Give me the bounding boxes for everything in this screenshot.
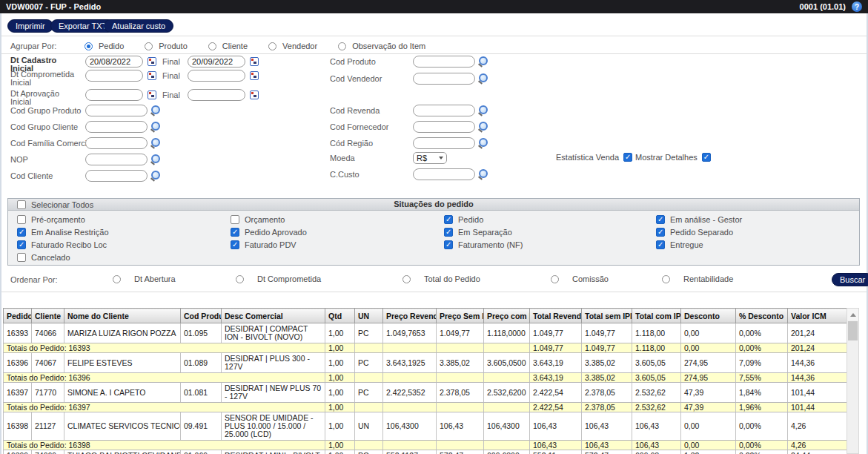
cell-total-revenda: 2.422,54 [530, 383, 582, 403]
date-input-dt-aprova-o-inicial[interactable] [85, 89, 143, 101]
column-header-cliente[interactable]: Cliente [32, 309, 64, 323]
situacao-checkbox-em-an-lise-gestor[interactable] [656, 215, 665, 224]
lookup-input-cod-vendedor[interactable] [413, 73, 475, 85]
column-header-un[interactable]: UN [355, 309, 383, 323]
ordenar-radio-rentabilidade[interactable] [662, 275, 670, 283]
agrupar-radio-observa-o-do-item[interactable] [338, 42, 346, 50]
lookup-icon-c-d-regi-o[interactable] [478, 138, 488, 148]
situacao-checkbox-pr-or-amento[interactable] [17, 215, 26, 224]
lookup-input-cod-cliente[interactable] [85, 170, 148, 182]
calendar-icon[interactable] [250, 91, 259, 99]
lookup-icon-cod-cliente[interactable] [150, 171, 161, 181]
table-row[interactable]: 1639821127CLIMATEC SERVICOS TECNICOS09.4… [4, 412, 847, 441]
column-header-nome-do-cliente[interactable]: Nome do Cliente [64, 309, 181, 323]
date-input-dt-comprometida-inicial[interactable] [85, 70, 143, 82]
mostrar-detalhes-checkbox[interactable] [702, 153, 711, 162]
situacao-checkbox-em-separa-o[interactable] [444, 228, 453, 237]
scroll-up-arrow-icon[interactable] [847, 309, 858, 320]
column-header-total-sem-ipi[interactable]: Total sem IPI [582, 309, 632, 323]
cell-desc-comercial: DESIDRAT | PLUS 300 - 127V [222, 353, 325, 373]
column-header-pedido[interactable]: Pedido [4, 309, 32, 323]
agrupar-radio-produto[interactable] [145, 42, 153, 50]
pedido-totals-row[interactable]: Totais do Pedido: 163961,003.643,193.385… [4, 373, 847, 383]
date-input-dt-cadastro-inicial[interactable] [85, 56, 143, 68]
buscar-button[interactable]: Buscar [832, 273, 868, 286]
situacao-checkbox-faturado-pdv[interactable] [231, 240, 239, 249]
lookup-input-c-d-regi-o[interactable] [413, 137, 475, 149]
column-header-desc-comercial[interactable]: Desc Comercial [222, 309, 325, 323]
column-header-total-revenda[interactable]: Total Revenda [530, 309, 582, 323]
agrupar-radio-vendedor[interactable] [268, 42, 276, 50]
ccusto-input[interactable] [413, 168, 475, 180]
lookup-input-cod-produto[interactable] [413, 56, 475, 68]
situacao-checkbox-cancelado[interactable] [17, 253, 26, 262]
column-header-pre-o-revenda[interactable]: Preço Revenda [383, 309, 437, 323]
imprimir-button[interactable]: Imprimir [7, 19, 53, 33]
lookup-icon-cod-fam-lia-comercial[interactable] [150, 138, 161, 148]
lookup-icon-cod-vendedor[interactable] [478, 73, 488, 84]
calendar-icon[interactable] [148, 71, 156, 80]
column-header-pre-o-com-ipi[interactable]: Preço com IPI [484, 309, 530, 323]
agrupar-radio-pedido[interactable] [85, 42, 93, 50]
table-row[interactable]: 1639674067FELIPE ESTEVES01.089DESIDRAT |… [4, 353, 847, 373]
scrollbar-thumb[interactable] [848, 321, 858, 340]
ordenar-radio-dt-abertura[interactable] [113, 275, 121, 283]
situacao-checkbox-faturado-recibo-loc[interactable] [17, 240, 26, 249]
column-header-total-com-ipi[interactable]: Total com IPI [632, 309, 681, 323]
ccusto-label: C.Custo [330, 170, 360, 179]
cell-total-sem-ipi: 572,47 [582, 450, 632, 454]
date-input-dt-comprometida-inicial-final[interactable] [188, 70, 245, 82]
filter-label-cod-produto: Cod Produto [330, 57, 376, 66]
date-input-dt-aprova-o-inicial-final[interactable] [188, 89, 245, 101]
lookup-icon-nop[interactable] [150, 154, 161, 165]
column-header-qtd[interactable]: Qtd [325, 309, 355, 323]
lookup-icon-cod-revenda[interactable] [478, 105, 488, 116]
pedido-totals-row[interactable]: Totais do Pedido: 163971,002.422,542.378… [4, 403, 847, 412]
ordenar-radio-total-do-pedido[interactable] [402, 275, 411, 283]
pedido-totals-row[interactable]: Totais do Pedido: 163981,00106,43106,431… [4, 441, 847, 450]
ordenar-radio-comiss-o[interactable] [551, 275, 559, 283]
column-header-desconto[interactable]: % Desconto [736, 309, 788, 323]
situacao-checkbox-em-analise-restri-o[interactable] [17, 228, 26, 237]
date-input-dt-cadastro-inicial-final[interactable] [188, 56, 245, 68]
agrupar-radio-cliente[interactable] [208, 42, 216, 50]
table-row[interactable]: 1639974069THIAGO BALDIOTTI CEVIDANES01.0… [4, 450, 847, 454]
table-row[interactable]: 1639374066MARIZA LUIZA RIGON POZZA01.095… [4, 323, 847, 343]
calendar-icon[interactable] [250, 57, 259, 66]
table-scrollbar[interactable] [847, 308, 859, 454]
table-row[interactable]: 1639771770SIMONE A. I CAPETO01.081DESIDR… [4, 383, 847, 403]
filter-label-cod-grupo-produto: Cod Grupo Produto [10, 106, 81, 115]
lookup-icon-cod-produto[interactable] [478, 56, 488, 67]
lookup-icon-cod-fornecedor[interactable] [478, 122, 488, 132]
situacao-checkbox-pedido-separado[interactable] [656, 228, 665, 237]
ccusto-lookup-icon[interactable] [478, 169, 488, 180]
column-header-desconto[interactable]: Desconto [681, 309, 736, 323]
situacao-checkbox-or-amento[interactable] [231, 215, 239, 224]
lookup-input-cod-grupo-produto[interactable] [85, 105, 148, 116]
cell-un: PC [355, 383, 383, 403]
atualizar-custo-button[interactable]: Atualizar custo [104, 19, 173, 33]
column-header-valor-icm[interactable]: Valor ICM [788, 309, 847, 323]
lookup-icon-cod-grupo-cliente[interactable] [150, 122, 161, 132]
calendar-icon[interactable] [250, 71, 259, 80]
situacao-checkbox-pedido-aprovado[interactable] [231, 228, 239, 237]
lookup-input-cod-fam-lia-comercial[interactable] [85, 137, 148, 149]
estatistica-venda-checkbox[interactable] [623, 153, 632, 162]
calendar-icon[interactable] [148, 57, 156, 66]
column-header-pre-o-sem-ipi[interactable]: Preço Sem IPI [437, 309, 484, 323]
lookup-input-cod-grupo-cliente[interactable] [85, 121, 148, 133]
situacao-checkbox-entregue[interactable] [656, 240, 665, 249]
lookup-input-cod-revenda[interactable] [413, 105, 475, 116]
situacao-checkbox-pedido[interactable] [444, 215, 453, 224]
help-icon[interactable]: ? [852, 1, 862, 12]
column-header-cod-produto[interactable]: Cod Produto [181, 309, 222, 323]
moeda-select[interactable]: R$ [413, 152, 447, 164]
situacao-checkbox-faturamento-nf[interactable] [444, 240, 453, 249]
ordenar-radio-dt-comprometida[interactable] [236, 275, 244, 283]
lookup-input-nop[interactable] [85, 154, 148, 165]
cell-pedido: 16398 [4, 412, 32, 441]
calendar-icon[interactable] [148, 91, 156, 99]
lookup-icon-cod-grupo-produto[interactable] [150, 105, 161, 116]
lookup-input-cod-fornecedor[interactable] [413, 121, 475, 133]
pedido-totals-row[interactable]: Totais do Pedido: 163931,001.049,771.049… [4, 343, 847, 353]
